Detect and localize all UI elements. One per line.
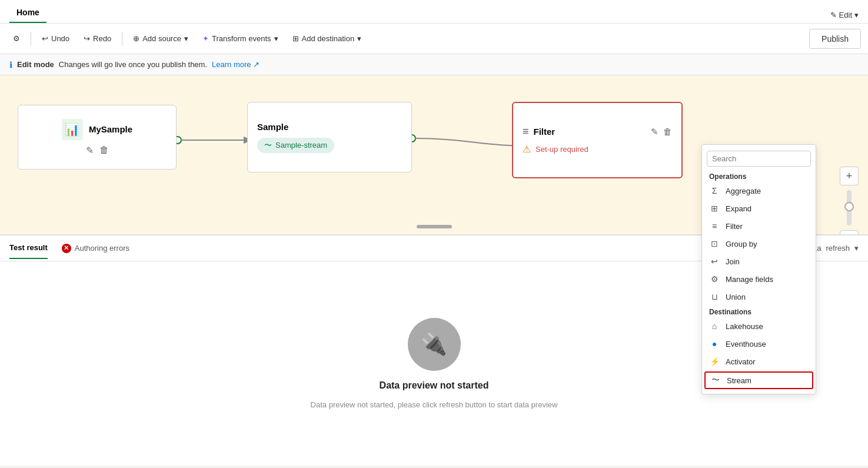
join-icon: ↩ (709, 256, 720, 267)
filter-dropdown-icon: ≡ (709, 221, 720, 231)
dropdown-item-union[interactable]: ⊔ Union (702, 288, 816, 306)
settings-icon: ⚙ (13, 34, 20, 43)
dropdown-item-manage-fields[interactable]: ⚙ Manage fields (702, 270, 816, 288)
filter-actions: ✎ 🗑 (651, 127, 672, 137)
zoom-controls: + − (840, 167, 859, 234)
bottom-chevron-icon[interactable]: ▾ (854, 244, 859, 253)
lakehouse-label: Lakehouse (726, 322, 763, 331)
dropdown-item-activator[interactable]: ⚡ Activator (702, 353, 816, 370)
add-source-chevron-icon: ▾ (184, 34, 188, 43)
mysample-title: MySample (89, 124, 132, 134)
eventhouse-icon: ● (709, 338, 720, 349)
add-destination-icon: ⊞ (292, 34, 299, 43)
union-icon: ⊔ (709, 291, 720, 302)
preview-subtitle: Data preview not started, please click r… (311, 400, 558, 409)
undo-label: Undo (51, 34, 69, 43)
dropdown-item-aggregate[interactable]: Σ Aggregate (702, 182, 816, 200)
mysample-node-inner: 📊 MySample (62, 119, 132, 140)
add-destination-button[interactable]: ⊞ Add destination ▾ (287, 31, 368, 47)
dropdown-item-stream[interactable]: 〜 Stream (704, 371, 813, 389)
zoom-slider[interactable] (847, 190, 852, 225)
transform-icon: ✦ (202, 34, 209, 43)
external-link-icon: ↗ (253, 60, 260, 69)
filter-header: ≡ Filter (523, 125, 555, 138)
redo-button[interactable]: ↪ Redo (78, 31, 117, 47)
mysample-chart-icon: 📊 (65, 122, 79, 137)
redo-label: Redo (93, 34, 111, 43)
title-bar-right: ✎ Edit ▾ (830, 11, 859, 23)
learn-more-link[interactable]: Learn more ↗ (212, 60, 260, 69)
sample-node: Sample 〜 Sample-stream (247, 102, 412, 172)
mysample-node: 📊 MySample ✎ 🗑 (18, 105, 177, 170)
add-source-label: Add source (142, 34, 181, 43)
tab-authoring-errors[interactable]: ✕ Authoring errors (62, 244, 129, 253)
dropdown-item-expand[interactable]: ⊞ Expand (702, 200, 816, 217)
info-bar: ℹ Edit mode Changes will go live once yo… (0, 54, 868, 75)
settings-button[interactable]: ⚙ (7, 31, 26, 47)
eventhouse-label: Eventhouse (726, 340, 766, 348)
zoom-in-button[interactable]: + (840, 167, 859, 185)
undo-icon: ↩ (42, 34, 48, 43)
edit-label: Edit (839, 11, 852, 19)
undo-button[interactable]: ↩ Undo (36, 31, 75, 47)
canvas-scrollbar[interactable] (417, 225, 452, 228)
refresh-button[interactable]: refresh (826, 244, 850, 253)
filter-header-icon: ≡ (523, 125, 529, 138)
tab-test-result[interactable]: Test result (9, 237, 48, 259)
toolbar-separator (31, 32, 31, 46)
dropdown-item-join[interactable]: ↩ Join (702, 253, 816, 270)
home-tab[interactable]: Home (9, 3, 46, 23)
join-label: Join (726, 257, 740, 266)
filter-status: ⚠ Set-up required (523, 144, 672, 155)
dropdown-item-groupby[interactable]: ⊡ Group by (702, 235, 816, 253)
stream-chip-icon: 〜 (264, 140, 272, 151)
mysample-icon: 📊 (62, 119, 83, 140)
preview-title: Data preview not started (380, 380, 489, 391)
edit-button[interactable]: ✎ Edit ▾ (830, 11, 859, 19)
sample-stream-chip: 〜 Sample-stream (257, 138, 334, 153)
mysample-edit-icon[interactable]: ✎ (86, 145, 94, 156)
zoom-out-button[interactable]: − (840, 230, 859, 234)
plug-icon: 🔌 (421, 332, 447, 357)
add-source-button[interactable]: ⊕ Add source ▾ (127, 31, 194, 47)
manage-fields-label: Manage fields (726, 275, 773, 284)
operations-dropdown: Operations Σ Aggregate ⊞ Expand ≡ Filter… (701, 144, 816, 394)
add-source-icon: ⊕ (133, 34, 139, 43)
refresh-label: refresh (826, 244, 850, 253)
zoom-handle[interactable] (844, 202, 854, 211)
redo-icon: ↪ (84, 34, 90, 43)
toolbar-separator-2 (122, 32, 122, 46)
info-message: Changes will go live once you publish th… (59, 60, 207, 69)
toolbar: ⚙ ↩ Undo ↪ Redo ⊕ Add source ▾ ✦ Transfo… (0, 24, 868, 54)
transform-chevron-icon: ▾ (274, 34, 278, 43)
dropdown-search-input[interactable] (707, 151, 811, 167)
add-destination-label: Add destination (302, 34, 355, 43)
bottom-toolbar: La refresh ▾ (813, 244, 859, 253)
mysample-delete-icon[interactable]: 🗑 (99, 145, 109, 156)
dropdown-item-eventhouse[interactable]: ● Eventhouse (702, 335, 816, 353)
operations-section-title: Operations (702, 170, 816, 182)
mysample-actions: ✎ 🗑 (86, 145, 109, 156)
dropdown-item-lakehouse[interactable]: ⌂ Lakehouse (702, 317, 816, 335)
filter-node: ≡ Filter ✎ 🗑 ⚠ Set-up required (512, 102, 683, 178)
edit-icon: ✎ (830, 11, 837, 19)
expand-icon: ⊞ (709, 203, 720, 214)
expand-label: Expand (726, 204, 751, 213)
warning-icon: ⚠ (523, 144, 531, 155)
stream-chip-label: Sample-stream (275, 141, 327, 150)
sample-title: Sample (257, 122, 402, 132)
tab-errors-label: Authoring errors (75, 244, 129, 253)
stream-label: Stream (727, 376, 751, 385)
publish-button[interactable]: Publish (809, 29, 861, 49)
transform-events-button[interactable]: ✦ Transform events ▾ (197, 31, 284, 47)
filter-edit-icon[interactable]: ✎ (651, 127, 659, 137)
filter-dropdown-label: Filter (726, 222, 743, 231)
lakehouse-icon: ⌂ (709, 321, 720, 331)
preview-icon-circle: 🔌 (408, 318, 461, 371)
stream-icon: 〜 (710, 375, 721, 386)
dropdown-item-filter[interactable]: ≡ Filter (702, 217, 816, 235)
filter-delete-icon[interactable]: 🗑 (663, 127, 672, 137)
destinations-section-title: Destinations (702, 306, 816, 317)
union-label: Union (726, 293, 746, 301)
groupby-label: Group by (726, 240, 757, 248)
